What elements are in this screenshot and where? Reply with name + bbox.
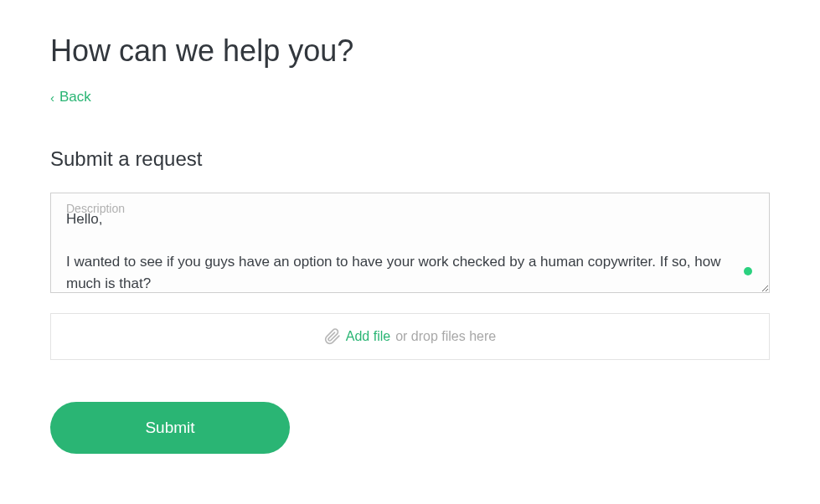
page-title: How can we help you?	[50, 33, 770, 69]
description-textarea[interactable]	[51, 193, 769, 292]
add-file-label: Add file	[346, 329, 390, 344]
attachment-icon	[324, 328, 341, 345]
submit-button[interactable]: Submit	[50, 402, 290, 454]
file-drop-zone[interactable]: Add file or drop files here	[50, 313, 770, 360]
section-title: Submit a request	[50, 147, 770, 171]
file-hint-label: or drop files here	[395, 329, 496, 344]
back-link-label: Back	[59, 89, 91, 105]
description-field[interactable]: Description	[50, 193, 770, 293]
back-link[interactable]: ‹ Back	[50, 89, 91, 105]
chevron-left-icon: ‹	[50, 90, 54, 105]
